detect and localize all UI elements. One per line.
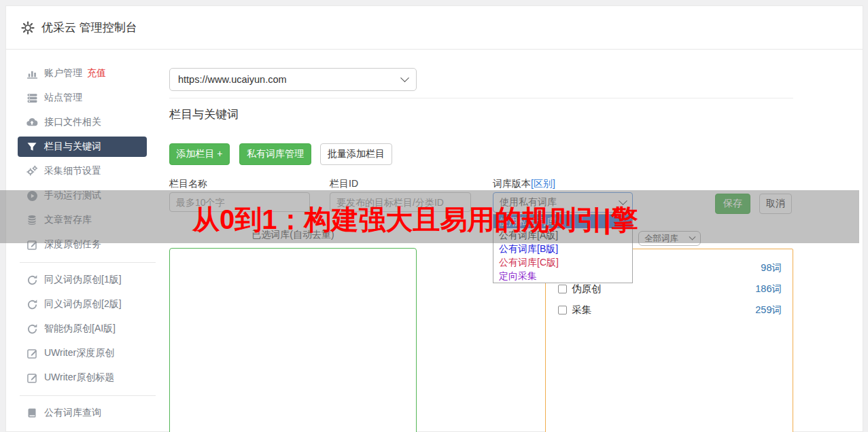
app-header: 优采云 管理控制台 — [6, 6, 863, 50]
site-url-select[interactable]: https://www.ucaiyun.com — [169, 68, 417, 91]
gears-icon — [26, 165, 38, 177]
main-content: https://www.ucaiyun.com 栏目与关键词 添加栏目 + 私有… — [169, 50, 864, 432]
sidebar-item-label: 站点管理 — [44, 92, 82, 104]
column-name-label: 栏目名称 — [169, 178, 207, 190]
lexicon-version-dropdown: 使用私有词库公有词库[A版]公有词库[B版]公有词库[C版]定向采集 — [493, 214, 633, 283]
selected-lexicon-box — [169, 248, 417, 432]
lexicon-row-label[interactable]: 采集 — [558, 304, 591, 317]
sidebar-item-label: 公有词库查询 — [44, 407, 101, 419]
sidebar-item-refresh[interactable]: 同义词伪原创[2版] — [18, 294, 147, 314]
sidebar-item-refresh[interactable]: 同义词伪原创[1版] — [18, 270, 147, 290]
sidebar-item-label: 文章暂存库 — [44, 214, 92, 226]
column-id-label: 栏目ID — [330, 178, 358, 190]
edit-icon — [26, 347, 38, 359]
sidebar-item-book[interactable]: 公有词库查询 — [18, 403, 147, 423]
app-window: 优采云 管理控制台 账户管理充值站点管理接口文件相关栏目与关键词采集细节设置手动… — [5, 5, 863, 432]
site-url-value: https://www.ucaiyun.com — [178, 74, 287, 85]
sidebar-item-label: 账户管理 — [44, 67, 82, 79]
sidebar-divider — [20, 262, 156, 263]
lexicon-row-label[interactable]: 伪原创 — [558, 283, 602, 295]
dropdown-option[interactable]: 使用私有词库 — [493, 215, 632, 228]
app-title: 优采云 管理控制台 — [41, 20, 137, 35]
lexicon-row: 采集259词 — [546, 300, 793, 321]
version-diff-link[interactable]: [区别] — [531, 178, 555, 189]
sidebar: 账户管理充值站点管理接口文件相关栏目与关键词采集细节设置手动运行测试文章暂存库深… — [6, 50, 169, 432]
gear-icon — [21, 21, 35, 35]
sidebar-item-filter-active[interactable]: 栏目与关键词 — [18, 137, 147, 157]
book-icon — [26, 407, 38, 419]
save-button[interactable]: 保存 — [715, 194, 750, 214]
dropdown-option[interactable]: 公有词库[B版] — [493, 242, 632, 255]
page-title: 栏目与关键词 — [169, 107, 239, 122]
selected-lexicon-label: 已选词库(自动去重) — [169, 229, 417, 241]
dropdown-option[interactable]: 公有词库[C版] — [493, 255, 632, 269]
lexicon-word-count: 98词 — [761, 262, 782, 274]
sidebar-item-play-circle[interactable]: 手动运行测试 — [18, 185, 147, 206]
sidebar-item-cloud-upload[interactable]: 接口文件相关 — [18, 112, 147, 132]
bar-chart-icon — [26, 67, 38, 79]
lexicon-word-count: 186词 — [755, 283, 782, 295]
sidebar-item-edit[interactable]: UWriter原创标题 — [18, 367, 147, 388]
server-icon — [26, 92, 38, 104]
play-circle-icon — [26, 190, 38, 202]
lexicon-version-select[interactable]: 使用私有词库 — [493, 192, 633, 213]
checkbox[interactable] — [558, 285, 567, 293]
lexicon-filter-select[interactable]: 全部词库 — [638, 231, 701, 246]
cancel-button[interactable]: 取消 — [759, 194, 792, 214]
sidebar-item-label: 同义词伪原创[2版] — [44, 298, 122, 310]
private-lexicon-button[interactable]: 私有词库管理 — [239, 143, 311, 165]
sidebar-item-refresh[interactable]: 智能伪原创[AI版] — [18, 319, 147, 339]
sidebar-item-label: UWriter深度原创 — [44, 347, 114, 359]
sidebar-item-database[interactable]: 文章暂存库 — [18, 210, 147, 230]
chevron-down-icon — [400, 73, 409, 82]
sidebar-item-edit[interactable]: 深度原创任务 — [18, 234, 147, 255]
lexicon-label-text: 伪原创 — [572, 283, 602, 295]
cloud-upload-icon — [26, 116, 38, 128]
sidebar-item-label: 接口文件相关 — [44, 116, 101, 128]
edit-icon — [26, 238, 38, 251]
edit-icon — [26, 372, 38, 384]
refresh-icon — [26, 323, 38, 335]
sidebar-item-label: UWriter原创标题 — [44, 372, 114, 384]
sidebar-item-server[interactable]: 站点管理 — [18, 88, 147, 108]
recharge-link[interactable]: 充值 — [87, 67, 106, 79]
lexicon-filter-value: 全部词库 — [644, 233, 678, 245]
batch-add-button[interactable]: 批量添加栏目 — [320, 143, 392, 165]
sidebar-item-edit[interactable]: UWriter深度原创 — [18, 343, 147, 363]
sidebar-item-label: 采集细节设置 — [44, 165, 101, 177]
lexicon-version-label: 词库版本[区别] — [493, 178, 555, 190]
lexicon-label-text: 采集 — [572, 304, 591, 317]
chevron-down-icon — [619, 196, 627, 205]
column-id-input[interactable] — [330, 192, 471, 212]
divider — [169, 98, 793, 98]
filter-icon — [26, 141, 38, 153]
checkbox[interactable] — [558, 306, 567, 314]
sidebar-item-gears[interactable]: 采集细节设置 — [18, 161, 147, 181]
sidebar-item-label: 手动运行测试 — [44, 190, 101, 202]
sidebar-divider — [20, 395, 156, 396]
sidebar-item-bar-chart[interactable]: 账户管理充值 — [18, 63, 147, 84]
database-icon — [26, 214, 38, 226]
column-name-input[interactable] — [169, 192, 310, 212]
sidebar-item-label: 深度原创任务 — [44, 238, 101, 251]
lexicon-word-count: 259词 — [755, 304, 782, 317]
refresh-icon — [26, 274, 38, 286]
sidebar-item-label: 栏目与关键词 — [44, 141, 101, 153]
refresh-icon — [26, 298, 38, 310]
dropdown-option[interactable]: 定向采集 — [493, 269, 632, 283]
sidebar-item-label: 同义词伪原创[1版] — [44, 274, 122, 286]
add-column-button[interactable]: 添加栏目 + — [169, 143, 230, 165]
lexicon-version-value: 使用私有词库 — [500, 196, 557, 209]
chevron-down-icon — [689, 233, 696, 240]
sidebar-item-label: 智能伪原创[AI版] — [44, 323, 116, 335]
dropdown-option[interactable]: 公有词库[A版] — [493, 228, 632, 242]
